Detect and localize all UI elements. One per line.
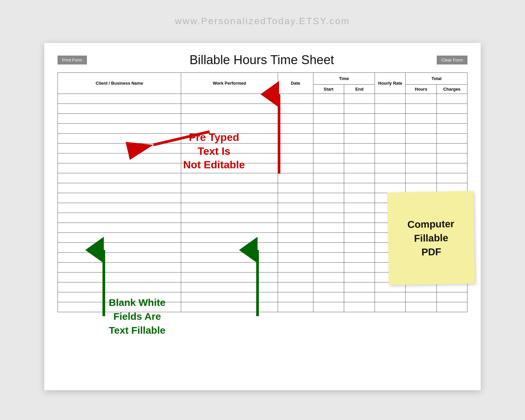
table-cell[interactable]	[58, 144, 181, 153]
table-cell[interactable]	[278, 203, 313, 213]
table-cell[interactable]	[313, 114, 344, 124]
table-cell[interactable]	[375, 114, 406, 124]
table-cell[interactable]	[406, 193, 436, 203]
table-cell[interactable]	[181, 183, 278, 193]
table-cell[interactable]	[58, 114, 181, 124]
table-cell[interactable]	[181, 134, 278, 144]
table-cell[interactable]	[278, 114, 313, 124]
table-cell[interactable]	[406, 223, 436, 233]
table-cell[interactable]	[313, 104, 344, 114]
table-cell[interactable]	[375, 153, 406, 163]
table-cell[interactable]	[181, 144, 278, 153]
table-cell[interactable]	[344, 173, 375, 183]
table-cell[interactable]	[181, 253, 278, 263]
table-cell[interactable]	[278, 163, 313, 173]
table-cell[interactable]	[375, 292, 406, 302]
table-cell[interactable]	[436, 124, 467, 134]
table-cell[interactable]	[313, 153, 344, 163]
table-cell[interactable]	[344, 104, 375, 114]
table-cell[interactable]	[375, 94, 406, 104]
table-cell[interactable]	[344, 233, 375, 243]
table-cell[interactable]	[344, 114, 375, 124]
table-cell[interactable]	[58, 233, 181, 243]
table-cell[interactable]	[375, 183, 406, 193]
table-cell[interactable]	[181, 124, 278, 134]
table-cell[interactable]	[313, 173, 344, 183]
table-cell[interactable]	[58, 94, 181, 104]
table-cell[interactable]	[375, 173, 406, 183]
table-cell[interactable]	[181, 153, 278, 163]
table-cell[interactable]	[278, 153, 313, 163]
table-cell[interactable]	[436, 233, 467, 243]
table-cell[interactable]	[436, 302, 467, 312]
table-cell[interactable]	[58, 273, 181, 282]
table-cell[interactable]	[181, 94, 278, 104]
table-cell[interactable]	[344, 243, 375, 253]
table-cell[interactable]	[313, 282, 344, 292]
table-cell[interactable]	[436, 94, 467, 104]
table-cell[interactable]	[58, 302, 181, 312]
table-cell[interactable]	[436, 243, 467, 253]
table-cell[interactable]	[344, 263, 375, 273]
table-cell[interactable]	[313, 273, 344, 282]
table-cell[interactable]	[375, 203, 406, 213]
table-cell[interactable]	[278, 144, 313, 153]
table-cell[interactable]	[406, 302, 436, 312]
table-cell[interactable]	[406, 114, 436, 124]
table-cell[interactable]	[375, 243, 406, 253]
table-cell[interactable]	[278, 223, 313, 233]
table-cell[interactable]	[313, 292, 344, 302]
table-cell[interactable]	[375, 213, 406, 223]
table-cell[interactable]	[181, 233, 278, 243]
table-cell[interactable]	[181, 193, 278, 203]
table-cell[interactable]	[58, 223, 181, 233]
table-cell[interactable]	[278, 124, 313, 134]
table-cell[interactable]	[375, 233, 406, 243]
table-cell[interactable]	[58, 193, 181, 203]
table-cell[interactable]	[313, 263, 344, 273]
table-cell[interactable]	[375, 273, 406, 282]
table-cell[interactable]	[181, 203, 278, 213]
table-cell[interactable]	[406, 273, 436, 282]
table-cell[interactable]	[406, 292, 436, 302]
table-cell[interactable]	[278, 243, 313, 253]
table-cell[interactable]	[436, 193, 467, 203]
table-cell[interactable]	[375, 302, 406, 312]
table-cell[interactable]	[313, 163, 344, 173]
table-cell[interactable]	[58, 153, 181, 163]
table-cell[interactable]	[313, 213, 344, 223]
table-cell[interactable]	[58, 134, 181, 144]
table-cell[interactable]	[375, 223, 406, 233]
table-cell[interactable]	[58, 104, 181, 114]
table-cell[interactable]	[406, 144, 436, 153]
table-cell[interactable]	[375, 263, 406, 273]
table-cell[interactable]	[278, 173, 313, 183]
table-cell[interactable]	[181, 104, 278, 114]
table-cell[interactable]	[406, 243, 436, 253]
table-cell[interactable]	[344, 163, 375, 173]
table-cell[interactable]	[278, 134, 313, 144]
table-cell[interactable]	[344, 124, 375, 134]
table-cell[interactable]	[344, 253, 375, 263]
table-cell[interactable]	[436, 213, 467, 223]
table-cell[interactable]	[278, 282, 313, 292]
table-cell[interactable]	[344, 302, 375, 312]
table-cell[interactable]	[375, 134, 406, 144]
table-cell[interactable]	[58, 163, 181, 173]
table-cell[interactable]	[406, 263, 436, 273]
table-cell[interactable]	[375, 144, 406, 153]
table-cell[interactable]	[58, 124, 181, 134]
table-cell[interactable]	[181, 263, 278, 273]
table-cell[interactable]	[406, 153, 436, 163]
table-cell[interactable]	[278, 273, 313, 282]
clear-button[interactable]: Clear Form	[437, 56, 467, 64]
table-cell[interactable]	[278, 233, 313, 243]
table-cell[interactable]	[344, 273, 375, 282]
table-cell[interactable]	[58, 263, 181, 273]
table-cell[interactable]	[375, 253, 406, 263]
table-cell[interactable]	[436, 292, 467, 302]
table-cell[interactable]	[406, 163, 436, 173]
table-cell[interactable]	[181, 223, 278, 233]
table-cell[interactable]	[436, 282, 467, 292]
table-cell[interactable]	[344, 213, 375, 223]
